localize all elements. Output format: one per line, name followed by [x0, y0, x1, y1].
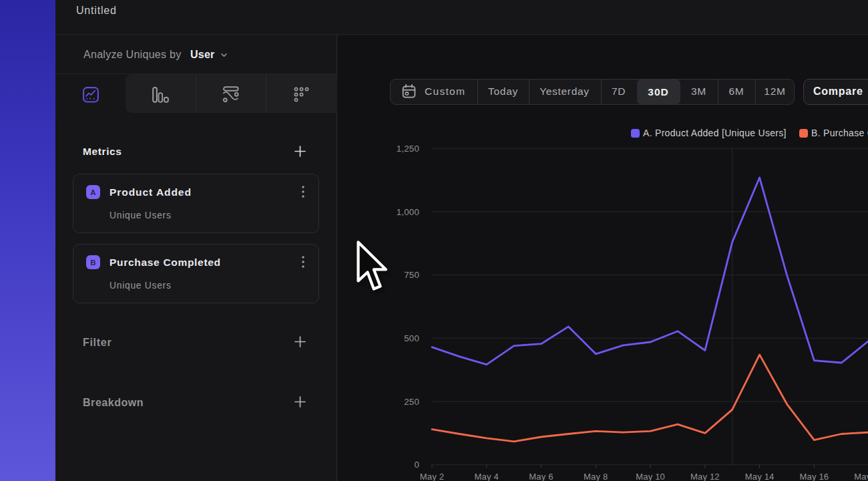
svg-text:250: 250 — [404, 397, 419, 407]
svg-text:May 10: May 10 — [636, 472, 665, 481]
svg-text:750: 750 — [404, 270, 419, 280]
svg-text:May 18: May 18 — [854, 472, 868, 481]
svg-text:May 2: May 2 — [420, 472, 444, 481]
svg-text:May 4: May 4 — [475, 472, 499, 481]
svg-text:1,000: 1,000 — [397, 207, 419, 217]
svg-text:May 6: May 6 — [529, 472, 553, 481]
svg-text:0: 0 — [414, 460, 419, 470]
svg-text:1,250: 1,250 — [397, 144, 419, 154]
svg-text:May 8: May 8 — [584, 472, 608, 481]
svg-text:500: 500 — [404, 333, 419, 343]
svg-text:May 16: May 16 — [799, 472, 829, 481]
svg-text:May 12: May 12 — [690, 472, 720, 481]
svg-text:May 14: May 14 — [745, 472, 775, 481]
